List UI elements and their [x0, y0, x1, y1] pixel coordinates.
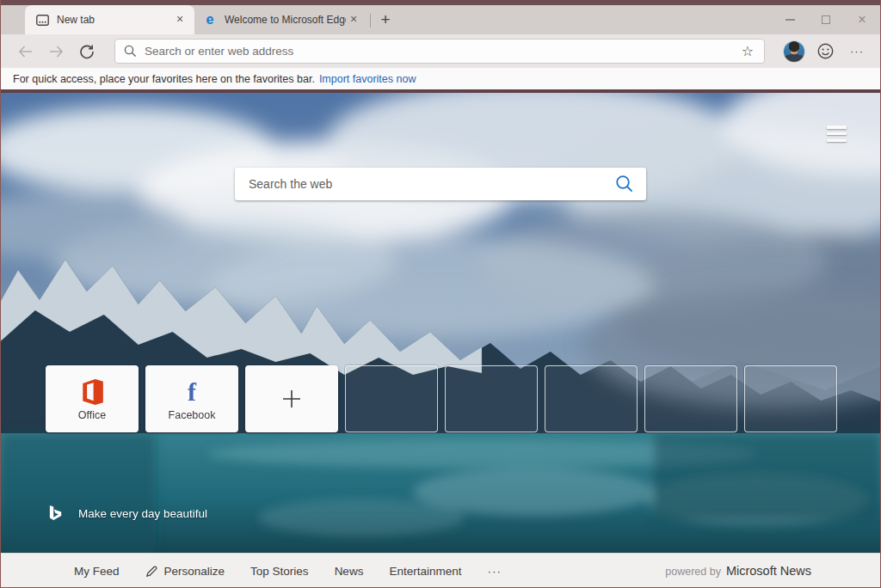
- tab-welcome-edge[interactable]: e Welcome to Microsoft Edge Dev ×: [194, 5, 367, 34]
- pencil-icon: [145, 565, 158, 578]
- feed-item-my-feed[interactable]: My Feed: [74, 565, 120, 578]
- edge-logo-icon: e: [203, 13, 217, 27]
- navigation-toolbar: ☆ ···: [1, 34, 880, 68]
- empty-tile-slot[interactable]: [744, 365, 837, 432]
- feed-item-top-stories[interactable]: Top Stories: [250, 565, 309, 578]
- tile-facebook[interactable]: f Facebook: [145, 365, 238, 432]
- tab-strip: New tab × e Welcome to Microsoft Edge De…: [1, 5, 880, 34]
- tagline-text: Make every day beautiful: [78, 507, 207, 520]
- feed-item-news[interactable]: News: [335, 565, 364, 578]
- facebook-logo-icon: f: [188, 379, 196, 405]
- feed-item-entertainment[interactable]: Entertainment: [389, 565, 461, 578]
- feed-attribution: powered by Microsoft News: [665, 564, 811, 578]
- address-input[interactable]: [145, 45, 738, 58]
- empty-tile-slot[interactable]: [445, 365, 538, 432]
- tab-close-icon[interactable]: ×: [346, 12, 361, 28]
- browser-window: New tab × e Welcome to Microsoft Edge De…: [0, 0, 881, 588]
- news-feed-bar: My Feed Personalize Top Stories News Ent…: [1, 553, 880, 588]
- maximize-icon: [822, 15, 830, 24]
- feed-item-personalize[interactable]: Personalize: [145, 565, 225, 578]
- more-dots-icon: ···: [487, 565, 502, 578]
- tab-new-tab[interactable]: New tab ×: [25, 5, 194, 34]
- import-favorites-link[interactable]: Import favorites now: [319, 73, 416, 85]
- feedback-smiley-icon[interactable]: [813, 40, 837, 64]
- feed-item-label: News: [335, 565, 364, 578]
- tab-divider: [370, 14, 371, 28]
- microsoft-news-brand: Microsoft News: [726, 564, 811, 578]
- feed-more-button[interactable]: ···: [487, 565, 502, 578]
- favorite-star-icon[interactable]: ☆: [738, 43, 757, 59]
- powered-by-text: powered by: [665, 566, 721, 578]
- new-tab-button[interactable]: +: [374, 9, 397, 31]
- maximize-button[interactable]: [808, 7, 844, 33]
- close-icon: ×: [858, 14, 866, 26]
- new-tab-page: Office f Facebook Make every day beautif…: [1, 89, 880, 553]
- profile-avatar[interactable]: [784, 41, 804, 62]
- office-logo-icon: [81, 377, 103, 407]
- search-glyph-icon: [124, 45, 137, 58]
- tab-title: Welcome to Microsoft Edge Dev: [225, 14, 346, 26]
- web-search-input[interactable]: [249, 177, 615, 191]
- feed-nav: My Feed Personalize Top Stories News Ent…: [74, 565, 665, 578]
- feed-item-label: Entertainment: [389, 565, 461, 578]
- new-tab-page-icon: [35, 13, 49, 27]
- back-button[interactable]: [13, 40, 37, 64]
- minimize-icon: [786, 19, 795, 21]
- feed-item-label: Personalize: [164, 565, 225, 578]
- tab-title: New tab: [57, 14, 172, 26]
- empty-tile-slot[interactable]: [545, 365, 638, 432]
- search-icon[interactable]: [615, 175, 634, 193]
- address-bar[interactable]: ☆: [114, 39, 765, 64]
- add-icon: [280, 388, 303, 410]
- tab-close-icon[interactable]: ×: [172, 12, 188, 28]
- favorites-bar: For quick access, place your favorites h…: [1, 68, 880, 89]
- tile-label: Facebook: [169, 409, 216, 421]
- quick-links-row: Office f Facebook: [46, 365, 837, 432]
- refresh-button[interactable]: [75, 40, 99, 64]
- minimize-button[interactable]: [772, 7, 808, 33]
- add-tile-button[interactable]: [245, 365, 338, 432]
- background-photo-mountain-lake: [1, 89, 880, 553]
- empty-tile-slot[interactable]: [345, 365, 438, 432]
- empty-tile-slot[interactable]: [644, 365, 737, 432]
- feed-item-label: My Feed: [74, 565, 120, 578]
- web-search-box[interactable]: [235, 168, 646, 200]
- tile-office[interactable]: Office: [46, 365, 139, 432]
- favorites-bar-message: For quick access, place your favorites h…: [13, 73, 315, 85]
- settings-menu-button[interactable]: ···: [844, 40, 870, 63]
- bing-logo-icon[interactable]: [48, 505, 63, 522]
- feed-item-label: Top Stories: [250, 565, 309, 578]
- close-window-button[interactable]: ×: [844, 7, 880, 33]
- bing-tagline: Make every day beautiful: [48, 505, 207, 522]
- tile-label: Office: [78, 409, 106, 421]
- forward-button[interactable]: [44, 40, 68, 64]
- page-menu-button[interactable]: [827, 126, 847, 142]
